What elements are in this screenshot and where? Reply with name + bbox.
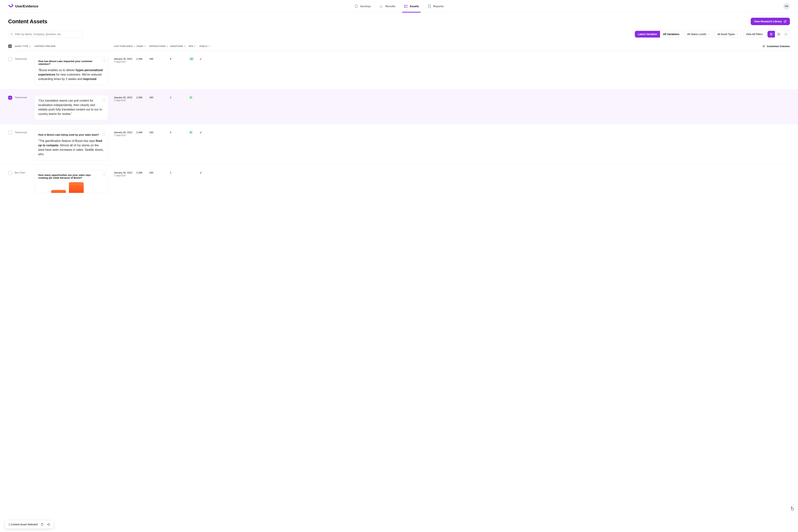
svg-point-18 (785, 35, 785, 36)
grid-icon (784, 33, 788, 36)
last-published-cell: January 30, 20227:15am EST (114, 170, 136, 177)
view-list-button[interactable] (767, 31, 775, 38)
col-nps[interactable]: NPS▲▼ (189, 45, 200, 47)
row-checkbox[interactable] (8, 171, 12, 175)
view-card-button[interactable] (775, 31, 782, 38)
svg-point-16 (786, 34, 786, 35)
user-avatar[interactable]: MB (783, 3, 790, 10)
view-toggle (767, 31, 790, 38)
page-title: Content Assets (8, 18, 47, 24)
svg-point-12 (785, 33, 785, 34)
expand-icon[interactable] (102, 133, 106, 136)
logo-icon (8, 3, 14, 9)
testimonial-body: "The gamification feature of Boost has r… (38, 139, 104, 156)
col-public[interactable]: PUBLIC▲▼ (200, 45, 214, 47)
svg-rect-3 (406, 5, 407, 5)
variations-cell: 2 (170, 95, 189, 99)
question-text: How is Boost Labs being used by your sal… (38, 133, 104, 136)
chevron-down-icon (708, 33, 710, 35)
content-preview-card[interactable]: How has Boost Labs impacted your custome… (34, 56, 108, 85)
svg-rect-11 (779, 35, 780, 36)
variations-cell: 8 (170, 56, 189, 60)
grid-small-icon (777, 33, 780, 36)
question-text: How has Boost Labs impacted your custome… (38, 60, 104, 65)
variations-cell: 0 (170, 130, 189, 134)
search-input[interactable] (8, 31, 83, 38)
seg-latest-variation[interactable]: Latest Variation (635, 31, 660, 38)
expand-icon[interactable] (102, 98, 106, 101)
app-header: UserEvidence Surveys Results Assets Repo… (0, 0, 798, 13)
bar-chart-preview (51, 182, 84, 193)
views-cell: 2,348 (136, 95, 149, 99)
brand-name: UserEvidence (15, 4, 38, 8)
asset-type-cell: Testimonial (15, 130, 34, 134)
svg-rect-5 (406, 7, 407, 7)
search-field (8, 31, 83, 38)
view-all-filters-button[interactable]: View All Filters (743, 31, 765, 38)
views-cell: 2,348 (136, 130, 149, 134)
col-asset-type[interactable]: ASSET TYPE▲▼ (15, 45, 34, 47)
sort-icon: ▲▼ (133, 45, 135, 47)
content-preview-card[interactable]: “Our translation teams can pull content … (34, 95, 108, 120)
asset-type-cell: Bar Chart (15, 170, 34, 174)
sort-icon: ▲▼ (194, 45, 196, 47)
filter-asset-types[interactable]: All Asset Types (715, 31, 741, 38)
views-cell: 2,348 (136, 56, 149, 60)
content-preview-card[interactable]: How many opportunities are your sales re… (34, 170, 108, 193)
filter-status-levels[interactable]: All Status Levels (684, 31, 713, 38)
table-row: Testimonial “Our translation teams can p… (0, 90, 798, 124)
svg-point-17 (787, 34, 787, 35)
nav-surveys[interactable]: Surveys (353, 0, 373, 12)
svg-rect-9 (779, 33, 780, 34)
list-icon (770, 33, 773, 36)
row-checkbox[interactable] (8, 96, 12, 100)
variations-cell: 2 (170, 170, 189, 174)
views-cell: 2,348 (136, 170, 149, 174)
last-published-cell: January 30, 20227:15am EST (114, 56, 136, 63)
brand-logo: UserEvidence (8, 3, 38, 9)
col-views[interactable]: VIEWS▲▼ (136, 45, 149, 47)
row-checkbox[interactable] (8, 131, 12, 135)
nav-reports[interactable]: Reports (425, 0, 446, 12)
table-row: Testimonial How is Boost Labs being used… (0, 124, 798, 165)
chevron-down-icon (736, 33, 739, 35)
search-icon (10, 33, 13, 36)
nav-assets[interactable]: Assets (402, 0, 421, 12)
svg-rect-21 (9, 46, 11, 46)
svg-point-7 (11, 33, 12, 35)
customize-columns-button[interactable]: Customize Columns (214, 45, 790, 48)
nav-results[interactable]: Results (378, 0, 397, 12)
view-grid-button[interactable] (782, 31, 790, 38)
col-last-published[interactable]: LAST PUBLISHED▲▼ (114, 45, 136, 47)
col-variations[interactable]: VARIATIONS▲▼ (170, 45, 189, 47)
svg-point-22 (763, 46, 764, 46)
main-nav: Surveys Results Assets Reports (353, 0, 445, 12)
expand-icon[interactable] (102, 173, 106, 176)
interactions-cell: 160 (149, 95, 170, 99)
asset-type-cell: Testimonial (15, 56, 34, 60)
svg-point-13 (786, 33, 786, 34)
seg-all-variations[interactable]: All Variations (660, 31, 682, 38)
interactions-cell: 160 (149, 130, 170, 134)
svg-point-14 (787, 33, 787, 34)
last-published-cell: January 30, 20227:15am EST (114, 130, 136, 137)
svg-rect-8 (777, 33, 778, 34)
svg-rect-10 (777, 35, 778, 36)
expand-icon[interactable] (102, 59, 106, 62)
svg-point-1 (355, 5, 358, 7)
select-all-checkbox[interactable] (8, 44, 12, 48)
view-research-library-button[interactable]: View Research Library (751, 18, 790, 25)
content-preview-card[interactable]: How is Boost Labs being used by your sal… (34, 130, 108, 160)
col-interactions[interactable]: INTERACTIONS▲▼ (149, 45, 170, 47)
row-checkbox[interactable] (8, 57, 12, 61)
last-published-cell: January 30, 20227:15am EST (114, 95, 136, 102)
interactions-cell: 160 (149, 170, 170, 174)
col-content-preview: CONTENT PREVIEW (34, 45, 114, 47)
clipboard-icon (428, 4, 432, 8)
table-row: Testimonial How has Boost Labs impacted … (0, 51, 798, 90)
question-text: How many opportunities are your sales re… (38, 174, 104, 179)
testimonial-body: “Our translation teams can pull content … (38, 98, 104, 116)
external-link-icon (784, 20, 786, 23)
sort-icon: ▲▼ (184, 45, 186, 47)
svg-rect-2 (404, 5, 405, 6)
